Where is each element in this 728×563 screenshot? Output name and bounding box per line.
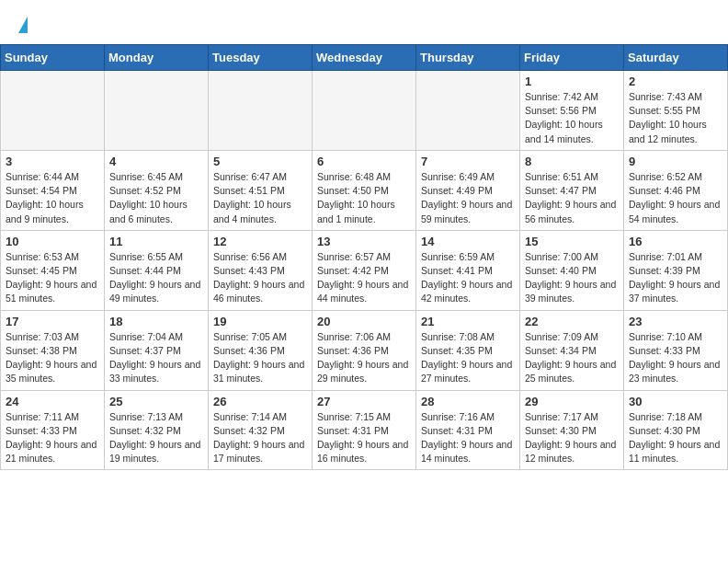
day-number: 24	[6, 395, 99, 408]
day-number: 19	[213, 315, 307, 328]
day-info: Sunrise: 7:08 AM Sunset: 4:35 PM Dayligh…	[421, 330, 515, 386]
day-number: 29	[525, 395, 619, 408]
day-info: Sunrise: 7:05 AM Sunset: 4:36 PM Dayligh…	[213, 330, 307, 386]
calendar-cell: 10Sunrise: 6:53 AM Sunset: 4:45 PM Dayli…	[1, 230, 105, 310]
day-info: Sunrise: 7:42 AM Sunset: 5:56 PM Dayligh…	[525, 90, 619, 146]
calendar-cell: 8Sunrise: 6:51 AM Sunset: 4:47 PM Daylig…	[520, 150, 624, 230]
day-info: Sunrise: 7:13 AM Sunset: 4:32 PM Dayligh…	[109, 410, 203, 466]
day-number: 16	[629, 235, 722, 248]
day-info: Sunrise: 7:04 AM Sunset: 4:37 PM Dayligh…	[109, 330, 203, 386]
calendar-body: 1Sunrise: 7:42 AM Sunset: 5:56 PM Daylig…	[1, 71, 728, 470]
calendar-cell: 21Sunrise: 7:08 AM Sunset: 4:35 PM Dayli…	[416, 310, 520, 390]
day-info: Sunrise: 7:01 AM Sunset: 4:39 PM Dayligh…	[629, 250, 722, 306]
calendar-header-row: SundayMondayTuesdayWednesdayThursdayFrid…	[1, 45, 728, 71]
calendar-cell: 5Sunrise: 6:47 AM Sunset: 4:51 PM Daylig…	[209, 150, 313, 230]
day-number: 20	[317, 315, 411, 328]
calendar-week-row: 24Sunrise: 7:11 AM Sunset: 4:33 PM Dayli…	[1, 390, 728, 470]
day-number: 28	[421, 395, 515, 408]
day-number: 21	[421, 315, 515, 328]
calendar-cell	[416, 71, 520, 151]
day-info: Sunrise: 7:16 AM Sunset: 4:31 PM Dayligh…	[421, 410, 515, 466]
calendar-cell: 12Sunrise: 6:56 AM Sunset: 4:43 PM Dayli…	[209, 230, 313, 310]
day-number: 8	[525, 155, 619, 168]
calendar-day-header: Friday	[520, 45, 624, 71]
day-info: Sunrise: 7:15 AM Sunset: 4:31 PM Dayligh…	[317, 410, 411, 466]
day-info: Sunrise: 7:17 AM Sunset: 4:30 PM Dayligh…	[525, 410, 619, 466]
calendar-week-row: 3Sunrise: 6:44 AM Sunset: 4:54 PM Daylig…	[1, 150, 728, 230]
day-number: 25	[109, 395, 203, 408]
calendar-cell: 11Sunrise: 6:55 AM Sunset: 4:44 PM Dayli…	[105, 230, 209, 310]
day-info: Sunrise: 6:49 AM Sunset: 4:49 PM Dayligh…	[421, 170, 515, 226]
day-number: 7	[421, 155, 515, 168]
day-info: Sunrise: 7:06 AM Sunset: 4:36 PM Dayligh…	[317, 330, 411, 386]
day-info: Sunrise: 7:00 AM Sunset: 4:40 PM Dayligh…	[525, 250, 619, 306]
day-info: Sunrise: 6:55 AM Sunset: 4:44 PM Dayligh…	[109, 250, 203, 306]
calendar-cell: 9Sunrise: 6:52 AM Sunset: 4:46 PM Daylig…	[624, 150, 728, 230]
calendar-cell: 1Sunrise: 7:42 AM Sunset: 5:56 PM Daylig…	[520, 71, 624, 151]
calendar-day-header: Thursday	[416, 45, 520, 71]
calendar-cell	[313, 71, 416, 151]
calendar-week-row: 10Sunrise: 6:53 AM Sunset: 4:45 PM Dayli…	[1, 230, 728, 310]
calendar-cell: 24Sunrise: 7:11 AM Sunset: 4:33 PM Dayli…	[1, 390, 105, 470]
calendar-cell: 15Sunrise: 7:00 AM Sunset: 4:40 PM Dayli…	[520, 230, 624, 310]
calendar-cell: 13Sunrise: 6:57 AM Sunset: 4:42 PM Dayli…	[313, 230, 416, 310]
day-number: 14	[421, 235, 515, 248]
day-info: Sunrise: 6:52 AM Sunset: 4:46 PM Dayligh…	[629, 170, 722, 226]
day-number: 11	[109, 235, 203, 248]
day-number: 10	[6, 235, 99, 248]
day-number: 2	[629, 75, 722, 88]
day-info: Sunrise: 6:57 AM Sunset: 4:42 PM Dayligh…	[317, 250, 411, 306]
calendar-cell: 16Sunrise: 7:01 AM Sunset: 4:39 PM Dayli…	[624, 230, 728, 310]
calendar-day-header: Monday	[105, 45, 209, 71]
day-info: Sunrise: 6:44 AM Sunset: 4:54 PM Dayligh…	[6, 170, 99, 226]
day-number: 15	[525, 235, 619, 248]
day-number: 17	[6, 315, 99, 328]
day-info: Sunrise: 6:59 AM Sunset: 4:41 PM Dayligh…	[421, 250, 515, 306]
day-number: 26	[213, 395, 307, 408]
logo-triangle-icon	[18, 17, 28, 33]
day-number: 5	[213, 155, 307, 168]
day-info: Sunrise: 7:11 AM Sunset: 4:33 PM Dayligh…	[6, 410, 99, 466]
day-info: Sunrise: 6:45 AM Sunset: 4:52 PM Dayligh…	[109, 170, 203, 226]
day-number: 22	[525, 315, 619, 328]
day-number: 1	[525, 75, 619, 88]
calendar-cell: 26Sunrise: 7:14 AM Sunset: 4:32 PM Dayli…	[209, 390, 313, 470]
calendar-cell: 20Sunrise: 7:06 AM Sunset: 4:36 PM Dayli…	[313, 310, 416, 390]
day-info: Sunrise: 7:10 AM Sunset: 4:33 PM Dayligh…	[629, 330, 722, 386]
calendar-day-header: Tuesday	[209, 45, 313, 71]
calendar-day-header: Saturday	[624, 45, 728, 71]
calendar-cell: 28Sunrise: 7:16 AM Sunset: 4:31 PM Dayli…	[416, 390, 520, 470]
calendar-cell: 27Sunrise: 7:15 AM Sunset: 4:31 PM Dayli…	[313, 390, 416, 470]
calendar-table: SundayMondayTuesdayWednesdayThursdayFrid…	[0, 44, 728, 470]
calendar-cell: 23Sunrise: 7:10 AM Sunset: 4:33 PM Dayli…	[624, 310, 728, 390]
day-info: Sunrise: 6:51 AM Sunset: 4:47 PM Dayligh…	[525, 170, 619, 226]
day-number: 13	[317, 235, 411, 248]
calendar-cell: 4Sunrise: 6:45 AM Sunset: 4:52 PM Daylig…	[105, 150, 209, 230]
day-info: Sunrise: 6:47 AM Sunset: 4:51 PM Dayligh…	[213, 170, 307, 226]
day-number: 23	[629, 315, 722, 328]
calendar-cell: 6Sunrise: 6:48 AM Sunset: 4:50 PM Daylig…	[313, 150, 416, 230]
day-number: 18	[109, 315, 203, 328]
calendar-cell: 3Sunrise: 6:44 AM Sunset: 4:54 PM Daylig…	[1, 150, 105, 230]
calendar-cell	[209, 71, 313, 151]
day-number: 3	[6, 155, 99, 168]
page-header	[0, 0, 728, 44]
day-info: Sunrise: 6:48 AM Sunset: 4:50 PM Dayligh…	[317, 170, 411, 226]
calendar-cell: 22Sunrise: 7:09 AM Sunset: 4:34 PM Dayli…	[520, 310, 624, 390]
day-number: 27	[317, 395, 411, 408]
calendar-cell: 18Sunrise: 7:04 AM Sunset: 4:37 PM Dayli…	[105, 310, 209, 390]
calendar-cell: 7Sunrise: 6:49 AM Sunset: 4:49 PM Daylig…	[416, 150, 520, 230]
calendar-cell: 30Sunrise: 7:18 AM Sunset: 4:30 PM Dayli…	[624, 390, 728, 470]
day-info: Sunrise: 7:14 AM Sunset: 4:32 PM Dayligh…	[213, 410, 307, 466]
calendar-cell: 2Sunrise: 7:43 AM Sunset: 5:55 PM Daylig…	[624, 71, 728, 151]
day-info: Sunrise: 6:56 AM Sunset: 4:43 PM Dayligh…	[213, 250, 307, 306]
calendar-cell: 29Sunrise: 7:17 AM Sunset: 4:30 PM Dayli…	[520, 390, 624, 470]
calendar-cell: 17Sunrise: 7:03 AM Sunset: 4:38 PM Dayli…	[1, 310, 105, 390]
day-info: Sunrise: 7:18 AM Sunset: 4:30 PM Dayligh…	[629, 410, 722, 466]
day-info: Sunrise: 6:53 AM Sunset: 4:45 PM Dayligh…	[6, 250, 99, 306]
logo-blue	[17, 17, 28, 35]
calendar-day-header: Sunday	[1, 45, 105, 71]
calendar-cell	[105, 71, 209, 151]
day-number: 30	[629, 395, 722, 408]
day-number: 4	[109, 155, 203, 168]
